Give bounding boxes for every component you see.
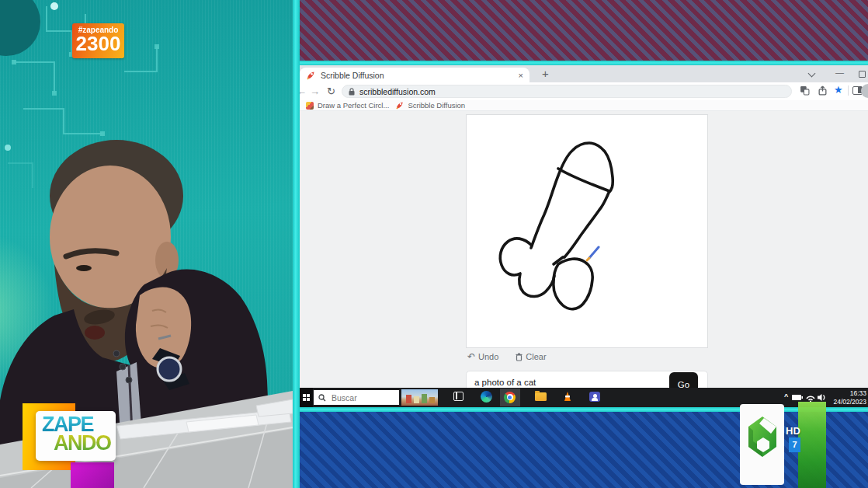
taskbar-search[interactable]	[314, 390, 399, 405]
bookmark-scribble-diffusion[interactable]: Scribble Diffusion	[395, 101, 465, 110]
bookmark-draw-perfect-circle[interactable]: Draw a Perfect Circl...	[306, 101, 389, 110]
share-icon[interactable]	[818, 85, 828, 96]
widgets-thumbnail[interactable]	[401, 389, 438, 406]
browser-toolbar: ← → ↻ scribblediffusion.com	[300, 82, 868, 100]
forward-button[interactable]: →	[310, 85, 320, 97]
minimize-button[interactable]: —	[835, 68, 844, 77]
split-divider	[293, 0, 300, 488]
tv-frame: #zapeando 2300 ZAPE ANDO	[0, 0, 868, 488]
top-stripe-backdrop	[300, 0, 868, 61]
chevron-down-icon[interactable]	[808, 70, 816, 78]
windows-logo-icon	[303, 394, 306, 397]
hidden-icons-chevron[interactable]: ^	[784, 392, 788, 400]
screen-capture-panel: Scribble Diffusion × + — ← → ↻ scribbled…	[300, 0, 868, 488]
task-view-icon[interactable]	[453, 392, 464, 401]
zapeando-logo: ZAPE ANDO	[36, 411, 116, 461]
rocket-favicon-icon	[306, 71, 315, 80]
rocket-favicon-icon	[395, 101, 404, 110]
hd-label: HD	[786, 425, 800, 437]
edge-icon[interactable]	[481, 391, 492, 403]
start-button[interactable]	[300, 388, 313, 407]
url-text: scribblediffusion.com	[359, 87, 436, 96]
search-input[interactable]	[330, 392, 392, 403]
close-tab-icon[interactable]: ×	[519, 71, 523, 79]
tab-strip: Scribble Diffusion × + —	[300, 65, 868, 82]
clear-label: Clear	[526, 352, 546, 361]
battery-icon	[792, 395, 801, 400]
canvas-tools: ↶ Undo Clear	[467, 351, 564, 362]
bookmark-star-icon[interactable]: ★	[834, 84, 843, 96]
trash-icon	[516, 353, 523, 361]
bookmark-label: Scribble Diffusion	[408, 101, 465, 110]
new-tab-button[interactable]: +	[542, 67, 549, 80]
undo-button[interactable]: ↶ Undo	[467, 351, 498, 362]
bookmark-label: Draw a Perfect Circl...	[318, 101, 389, 110]
studio-panel: #zapeando 2300 ZAPE ANDO	[0, 0, 293, 488]
teams-icon[interactable]	[589, 392, 600, 402]
maximize-button[interactable]	[859, 71, 866, 78]
episode-number: 2300	[72, 34, 124, 53]
volume-icon	[818, 394, 822, 401]
reload-button[interactable]: ↻	[327, 85, 335, 97]
file-explorer-icon[interactable]	[535, 392, 547, 401]
clock-date: 24/02/2023	[828, 398, 866, 406]
tab-title: Scribble Diffusion	[321, 71, 514, 80]
translate-icon[interactable]	[800, 85, 810, 96]
undo-label: Undo	[478, 352, 498, 361]
lasexta-logo-card	[740, 404, 784, 485]
chrome-icon[interactable]	[504, 392, 516, 403]
profile-avatar[interactable]	[861, 84, 868, 98]
logo-magenta-square	[71, 462, 114, 488]
pencil-cursor-icon	[587, 247, 599, 260]
search-icon	[318, 394, 326, 402]
browser-window: Scribble Diffusion × + — ← → ↻ scribbled…	[300, 65, 868, 407]
clear-button[interactable]: Clear	[516, 352, 546, 361]
bookmark-favicon	[306, 102, 314, 110]
wifi-icon	[807, 396, 814, 399]
bookmarks-bar: Draw a Perfect Circl... Scribble Diffusi…	[300, 100, 868, 111]
lock-icon	[349, 88, 355, 96]
clock-time: 16:33	[828, 389, 866, 398]
scribble-diffusion-page: ↶ Undo Clear Go	[300, 111, 868, 407]
scribble-drawing	[467, 115, 707, 347]
drawing-canvas[interactable]	[466, 114, 708, 348]
hashtag-badge: #zapeando 2300	[72, 23, 124, 58]
tab-scribble-diffusion[interactable]: Scribble Diffusion ×	[300, 68, 529, 82]
toolbar-separator	[848, 85, 849, 96]
undo-icon: ↶	[467, 351, 475, 362]
dial-number-badge: 7	[789, 437, 800, 452]
vlc-icon[interactable]	[562, 392, 573, 402]
taskbar-clock[interactable]: 16:33 24/02/2023	[828, 389, 866, 406]
zapeando-logo-bottom: ANDO	[36, 434, 116, 452]
address-bar[interactable]: scribblediffusion.com	[342, 85, 792, 98]
lasexta-six-icon	[747, 415, 778, 458]
channel-green-bar	[798, 402, 826, 488]
top-accent-line	[300, 61, 868, 65]
